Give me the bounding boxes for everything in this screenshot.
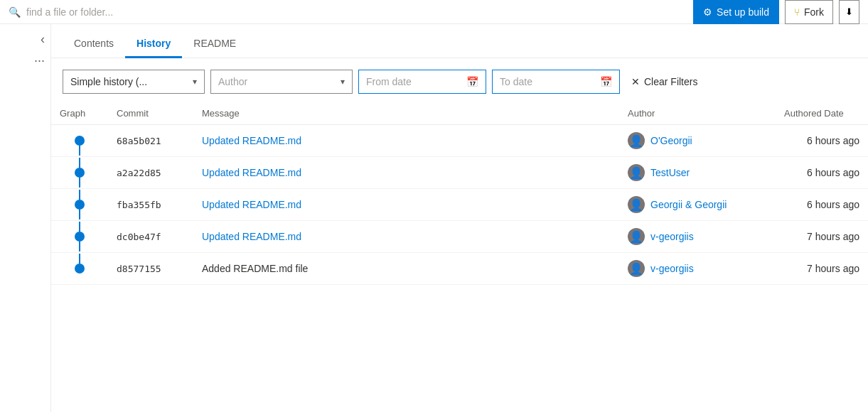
commit-message-link[interactable]: Updated README.md: [202, 231, 301, 242]
authored-date: 6 hours ago: [807, 167, 859, 178]
graph-dot: [75, 232, 85, 242]
fork-button[interactable]: ⑂ Fork: [785, 0, 833, 24]
topbar: 🔍 find a file or folder... ⚙ Set up buil…: [0, 0, 868, 24]
author-label: Author: [218, 76, 247, 87]
sidebar-more-button[interactable]: ···: [28, 51, 50, 70]
topbar-search-area: 🔍 find a file or folder...: [9, 6, 113, 18]
setup-build-label: Set up build: [717, 6, 769, 18]
commit-message-text: Added README.md file: [202, 263, 308, 274]
graph-dot: [75, 200, 85, 210]
download-button[interactable]: ⬇: [839, 0, 859, 24]
commit-hash-cell: 68a5b021: [108, 125, 193, 157]
chevron-down-icon-author: ▾: [341, 77, 345, 87]
table-row: d8577155Added README.md file👤v-georgiis7…: [51, 253, 868, 285]
th-message: Message: [193, 102, 619, 125]
table-row: dc0be47fUpdated README.md👤v-georgiis7 ho…: [51, 221, 868, 253]
authored-date-cell: 6 hours ago: [776, 157, 868, 189]
commit-hash-cell: a2a22d85: [108, 157, 193, 189]
from-date-picker[interactable]: From date 📅: [358, 70, 486, 94]
commit-hash: dc0be47f: [117, 232, 161, 242]
table-row: fba355fbUpdated README.md👤Georgii & Geor…: [51, 189, 868, 221]
commit-hash-cell: dc0be47f: [108, 221, 193, 253]
avatar: 👤: [628, 132, 645, 149]
graph-dot: [75, 136, 85, 146]
th-author: Author: [619, 102, 776, 125]
avatar: 👤: [628, 260, 645, 277]
graph-dot: [75, 264, 85, 273]
graph-dot: [75, 168, 85, 178]
authored-date: 6 hours ago: [807, 199, 859, 210]
commit-hash-cell: fba355fb: [108, 189, 193, 221]
commit-message-cell: Updated README.md: [193, 189, 619, 221]
history-type-label: Simple history (...: [70, 76, 147, 87]
tab-contents[interactable]: Contents: [63, 32, 125, 58]
commit-hash: 68a5b021: [117, 136, 161, 146]
to-date-picker[interactable]: To date 📅: [492, 70, 620, 94]
tab-readme[interactable]: README: [182, 32, 247, 58]
avatar: 👤: [628, 164, 645, 181]
authored-date: 7 hours ago: [807, 231, 859, 242]
author-name[interactable]: O'Georgii: [650, 135, 692, 146]
author-name[interactable]: Georgii & Georgii: [650, 199, 727, 210]
author-cell: 👤v-georgiis: [619, 253, 776, 285]
setup-build-button[interactable]: ⚙ Set up build: [693, 0, 779, 24]
commit-table: Graph Commit Message Author Authored Dat…: [51, 102, 868, 285]
graph-cell: [51, 189, 108, 221]
table-header-row: Graph Commit Message Author Authored Dat…: [51, 102, 868, 125]
author-dropdown[interactable]: Author ▾: [210, 70, 353, 94]
commit-message-link[interactable]: Updated README.md: [202, 167, 301, 178]
authored-date-cell: 6 hours ago: [776, 125, 868, 157]
graph-cell: [51, 125, 108, 157]
commit-message-cell: Added README.md file: [193, 253, 619, 285]
main-layout: ‹ ··· Contents History README Simple his…: [0, 24, 868, 412]
author-cell: 👤Georgii & Georgii: [619, 189, 776, 221]
authored-date-cell: 7 hours ago: [776, 221, 868, 253]
commit-hash: fba355fb: [117, 200, 161, 210]
chevron-down-icon: ▾: [193, 77, 197, 87]
tab-history[interactable]: History: [125, 32, 182, 58]
sidebar: ‹ ···: [0, 24, 51, 412]
th-authored-date: Authored Date: [776, 102, 868, 125]
calendar-icon-to: 📅: [600, 76, 612, 87]
commit-message-cell: Updated README.md: [193, 221, 619, 253]
avatar: 👤: [628, 228, 645, 245]
from-date-label: From date: [366, 76, 412, 87]
commit-message-link[interactable]: Updated README.md: [202, 135, 301, 146]
graph-cell: [51, 221, 108, 253]
filter-bar: Simple history (... ▾ Author ▾ From date…: [51, 58, 868, 102]
commit-hash: a2a22d85: [117, 168, 161, 178]
history-type-dropdown[interactable]: Simple history (... ▾: [63, 70, 205, 94]
author-name[interactable]: v-georgiis: [650, 263, 694, 274]
clear-filters-label: Clear Filters: [644, 76, 697, 87]
to-date-label: To date: [500, 76, 532, 87]
authored-date: 6 hours ago: [807, 135, 859, 146]
author-cell: 👤v-georgiis: [619, 221, 776, 253]
author-name[interactable]: v-georgiis: [650, 231, 694, 242]
author-name[interactable]: TestUser: [650, 167, 690, 178]
topbar-actions: ⚙ Set up build ⑂ Fork ⬇: [693, 0, 859, 24]
graph-cell: [51, 253, 108, 285]
graph-cell: [51, 157, 108, 189]
commit-message-cell: Updated README.md: [193, 157, 619, 189]
th-graph: Graph: [51, 102, 108, 125]
commit-hash: d8577155: [117, 264, 161, 274]
table-row: 68a5b021Updated README.md👤O'Georgii6 hou…: [51, 125, 868, 157]
search-icon: 🔍: [9, 6, 21, 18]
fork-label: Fork: [804, 6, 824, 18]
clear-filters-button[interactable]: ✕ Clear Filters: [626, 70, 703, 94]
commit-message-link[interactable]: Updated README.md: [202, 199, 301, 210]
setup-build-icon: ⚙: [703, 6, 712, 18]
download-icon: ⬇: [845, 6, 853, 17]
calendar-icon-from: 📅: [466, 76, 478, 87]
commit-message-cell: Updated README.md: [193, 125, 619, 157]
main-content: Contents History README Simple history (…: [51, 24, 868, 412]
authored-date-cell: 6 hours ago: [776, 189, 868, 221]
avatar: 👤: [628, 196, 645, 213]
author-cell: 👤TestUser: [619, 157, 776, 189]
th-commit: Commit: [108, 102, 193, 125]
commit-hash-cell: d8577155: [108, 253, 193, 285]
sidebar-collapse-button[interactable]: ‹: [35, 30, 50, 48]
authored-date-cell: 7 hours ago: [776, 253, 868, 285]
table-row: a2a22d85Updated README.md👤TestUser6 hour…: [51, 157, 868, 189]
search-placeholder-text: find a file or folder...: [26, 6, 113, 18]
